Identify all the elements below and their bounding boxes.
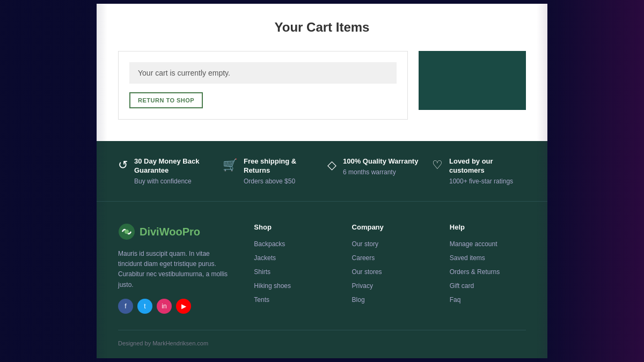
- feature-title-3: Loved by our customers: [449, 157, 526, 175]
- help-link-orders-returns[interactable]: Orders & Returns: [450, 268, 500, 276]
- return-to-shop-button[interactable]: RETURN TO SHOP: [129, 92, 203, 108]
- feature-item-1: 🛒 Free shipping & Returns Orders above $…: [223, 157, 317, 185]
- list-item: Shirts: [254, 267, 330, 276]
- feature-text-2: 100% Quality Warranty 6 months warranty: [343, 157, 418, 176]
- logo-text-part2: Pro: [182, 226, 200, 238]
- feature-item-0: ↺ 30 Day Money Back Guarantee Buy with c…: [118, 157, 212, 185]
- list-item: Careers: [352, 253, 428, 262]
- footer-col-help: Help Manage account Saved items Orders &…: [450, 223, 526, 314]
- footer-brand: DiviWooPro Mauris id suscipit quam. In v…: [118, 223, 232, 314]
- social-icons: f t in ▶: [118, 299, 232, 314]
- footer-col-shop: Shop Backpacks Jackets Shirts Hiking sho…: [254, 223, 330, 314]
- twitter-button[interactable]: t: [137, 299, 152, 314]
- company-link-blog[interactable]: Blog: [352, 296, 365, 304]
- shop-link-shirts[interactable]: Shirts: [254, 268, 270, 276]
- company-link-careers[interactable]: Careers: [352, 254, 375, 262]
- svg-point-1: [125, 230, 129, 234]
- feature-subtitle-0: Buy with confidence: [134, 178, 212, 185]
- list-item: Our stores: [352, 267, 428, 276]
- page-title: Your Cart Items: [118, 20, 526, 35]
- footer-col-title-shop: Shop: [254, 223, 330, 231]
- cart-content: Your cart is currently empty. RETURN TO …: [118, 51, 526, 120]
- list-item: Saved items: [450, 253, 526, 262]
- shop-link-backpacks[interactable]: Backpacks: [254, 240, 285, 248]
- cart-section: Your Cart Items Your cart is currently e…: [97, 4, 547, 141]
- footer-links-help: Manage account Saved items Orders & Retu…: [450, 239, 526, 304]
- shop-link-hiking-shoes[interactable]: Hiking shoes: [254, 282, 291, 290]
- footer: DiviWooPro Mauris id suscipit quam. In v…: [97, 201, 547, 358]
- list-item: Tents: [254, 294, 330, 304]
- feature-text-1: Free shipping & Returns Orders above $50: [244, 157, 317, 185]
- list-item: Hiking shoes: [254, 280, 330, 290]
- list-item: Manage account: [450, 239, 526, 248]
- footer-col-title-company: Company: [352, 223, 428, 231]
- footer-main: DiviWooPro Mauris id suscipit quam. In v…: [118, 223, 526, 314]
- money-back-icon: ↺: [118, 158, 128, 172]
- feature-title-0: 30 Day Money Back Guarantee: [134, 157, 212, 175]
- features-bar: ↺ 30 Day Money Back Guarantee Buy with c…: [97, 141, 547, 201]
- list-item: Blog: [352, 294, 428, 304]
- feature-item-2: ◇ 100% Quality Warranty 6 months warrant…: [327, 157, 421, 185]
- list-item: Our story: [352, 239, 428, 248]
- youtube-button[interactable]: ▶: [176, 299, 191, 314]
- loved-icon: ♡: [432, 158, 443, 172]
- company-link-privacy[interactable]: Privacy: [352, 282, 373, 290]
- page-wrapper: Your Cart Items Your cart is currently e…: [97, 4, 547, 358]
- help-link-faq[interactable]: Faq: [450, 296, 461, 304]
- feature-subtitle-2: 6 months warranty: [343, 168, 418, 176]
- footer-bottom: Designed by MarkHendriksen.com: [118, 330, 526, 348]
- feature-text-0: 30 Day Money Back Guarantee Buy with con…: [134, 157, 212, 185]
- feature-title-2: 100% Quality Warranty: [343, 157, 418, 166]
- instagram-button[interactable]: in: [157, 299, 172, 314]
- help-link-gift-card[interactable]: Gift card: [450, 282, 474, 290]
- shop-link-jackets[interactable]: Jackets: [254, 254, 276, 262]
- footer-description: Mauris id suscipit quam. In vitae tincid…: [118, 249, 232, 290]
- company-link-our-stores[interactable]: Our stores: [352, 268, 382, 276]
- footer-col-title-help: Help: [450, 223, 526, 231]
- feature-item-3: ♡ Loved by our customers 1000+ five-star…: [432, 157, 526, 185]
- feature-text-3: Loved by our customers 1000+ five-star r…: [449, 157, 526, 185]
- cart-sidebar-panel: [419, 51, 526, 110]
- features-grid: ↺ 30 Day Money Back Guarantee Buy with c…: [118, 157, 526, 185]
- footer-logo: DiviWooPro: [118, 223, 232, 240]
- list-item: Gift card: [450, 280, 526, 290]
- cart-empty-message: Your cart is currently empty.: [129, 62, 397, 84]
- feature-title-1: Free shipping & Returns: [244, 157, 317, 175]
- logo-text: DiviWooPro: [140, 226, 200, 238]
- shop-link-tents[interactable]: Tents: [254, 296, 269, 304]
- help-link-saved-items[interactable]: Saved items: [450, 254, 485, 262]
- cart-empty-box: Your cart is currently empty. RETURN TO …: [118, 51, 408, 120]
- footer-links-company: Our story Careers Our stores Privacy Blo…: [352, 239, 428, 304]
- footer-copyright: Designed by MarkHendriksen.com: [118, 340, 208, 346]
- quality-icon: ◇: [327, 158, 336, 172]
- footer-links-shop: Backpacks Jackets Shirts Hiking shoes Te…: [254, 239, 330, 304]
- list-item: Orders & Returns: [450, 267, 526, 276]
- list-item: Privacy: [352, 280, 428, 290]
- feature-subtitle-1: Orders above $50: [244, 178, 317, 185]
- feature-subtitle-3: 1000+ five-star ratings: [449, 178, 526, 185]
- company-link-our-story[interactable]: Our story: [352, 240, 378, 248]
- help-link-manage-account[interactable]: Manage account: [450, 240, 497, 248]
- shipping-icon: 🛒: [223, 158, 237, 172]
- footer-col-company: Company Our story Careers Our stores Pri…: [352, 223, 428, 314]
- facebook-button[interactable]: f: [118, 299, 133, 314]
- list-item: Backpacks: [254, 239, 330, 248]
- list-item: Jackets: [254, 253, 330, 262]
- list-item: Faq: [450, 294, 526, 304]
- logo-icon: [118, 223, 135, 240]
- logo-text-part1: DiviWoo: [140, 226, 182, 238]
